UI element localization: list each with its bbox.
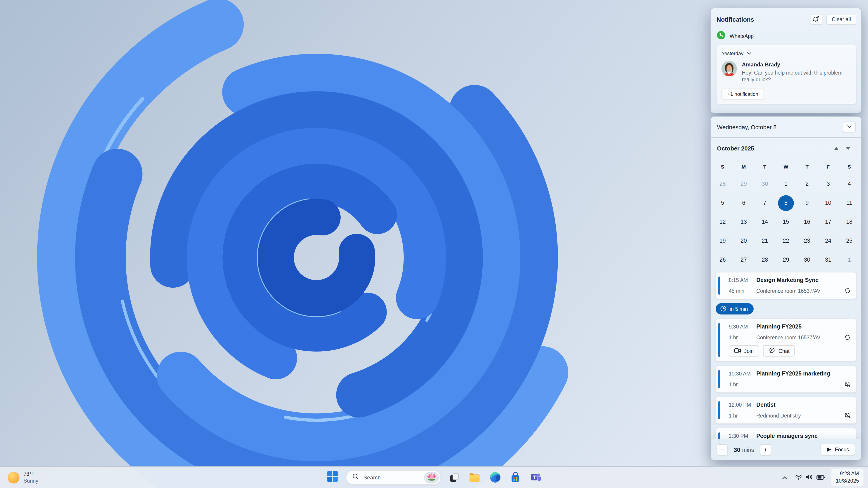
event-accent-bar	[718, 323, 720, 357]
calendar-day[interactable]: 19	[712, 231, 733, 250]
event-duration: 1 hr	[723, 413, 756, 418]
taskbar: 78°F Sunny	[0, 466, 868, 488]
do-not-disturb-button[interactable]	[811, 14, 822, 25]
notification-group-label: Yesterday	[721, 51, 743, 56]
search-icon	[352, 473, 359, 482]
calendar-day[interactable]: 18	[839, 213, 860, 231]
notification-group-header[interactable]: Yesterday	[721, 50, 851, 57]
event-duration: 45 min	[723, 288, 756, 293]
notifications-header: Notifications Clear all	[717, 13, 856, 25]
notification-app-name: WhatsApp	[730, 33, 754, 39]
event-time: 9:30 AM	[723, 324, 756, 329]
focus-session-bar: − 30mins + Focus	[711, 439, 861, 460]
calendar-header: Wednesday, October 8	[711, 117, 861, 138]
calendar-day[interactable]: 24	[817, 231, 839, 250]
search-label: Search	[364, 474, 420, 481]
calendar-day[interactable]: 23	[797, 231, 817, 250]
more-notifications-label: +1 notification	[727, 91, 758, 97]
calendar-day[interactable]: 5	[712, 193, 733, 213]
calendar-day[interactable]: 20	[733, 231, 754, 250]
event-location: Conference room 16537/AV	[756, 335, 843, 340]
calendar-day[interactable]: 27	[733, 250, 754, 269]
event-title: Planning FY2025	[756, 324, 802, 330]
calendar-day[interactable]: 13	[733, 213, 754, 231]
chevron-up-icon	[782, 473, 788, 482]
chat-bubble-icon	[769, 347, 775, 355]
clock-date: 10/8/2025	[836, 477, 859, 485]
weather-widget[interactable]: 78°F Sunny	[5, 467, 41, 488]
weekday-label: M	[733, 159, 754, 174]
calendar-day[interactable]: 29	[775, 250, 796, 269]
event-location: Redmond Dentistry	[756, 413, 843, 418]
calendar-day[interactable]: 30	[797, 250, 817, 269]
weekday-label: W	[775, 159, 796, 174]
calendar-day[interactable]: 26	[712, 250, 733, 269]
agenda-event-card[interactable]: 8:15 AM Design Marketing Sync 45 min Con…	[715, 272, 857, 299]
event-accent-bar	[718, 370, 720, 388]
file-explorer-icon[interactable]	[466, 468, 483, 486]
calendar-day[interactable]: 6	[733, 193, 754, 213]
calendar-day[interactable]: 15	[775, 213, 796, 231]
calendar-day[interactable]: 31	[817, 250, 839, 269]
notification-group-card[interactable]: Yesterday Amanda Brady	[717, 45, 856, 104]
calendar-day[interactable]: 1	[775, 174, 796, 193]
calendar-day[interactable]: 16	[797, 213, 817, 231]
calendar-day[interactable]: 28	[712, 174, 733, 193]
upcoming-event-badge[interactable]: in 5 min	[716, 303, 754, 315]
calendar-day[interactable]: 1	[839, 250, 860, 269]
calendar-collapse-button[interactable]	[843, 122, 856, 132]
calendar-day[interactable]: 30	[754, 174, 775, 193]
task-view-icon[interactable]	[446, 468, 463, 486]
quick-settings-button[interactable]	[791, 469, 829, 486]
event-accent-bar	[718, 401, 720, 419]
search-highlight-chip	[424, 471, 439, 483]
calendar-day[interactable]: 7	[754, 193, 775, 213]
calendar-day[interactable]: 3	[817, 174, 839, 193]
event-title: Dentist	[756, 402, 776, 408]
weather-temperature: 78°F	[24, 470, 38, 477]
calendar-day[interactable]: 29	[733, 174, 754, 193]
agenda-event-card[interactable]: 12:00 PM Dentist 1 hr Redmond Dentistry	[715, 397, 857, 424]
calendar-day[interactable]: 28	[754, 250, 775, 269]
start-button[interactable]	[324, 468, 341, 486]
calendar-day[interactable]: 9	[797, 193, 817, 213]
edge-icon[interactable]	[487, 468, 504, 486]
calendar-day[interactable]: 8	[775, 193, 796, 213]
more-notifications-button[interactable]: +1 notification	[721, 89, 764, 99]
chat-button[interactable]: Chat	[763, 345, 795, 357]
bell-zz-icon	[813, 15, 820, 24]
calendar-month-row: October 2025	[711, 138, 861, 159]
teams-icon[interactable]	[527, 468, 544, 486]
calendar-day[interactable]: 25	[839, 231, 860, 250]
calendar-day[interactable]: 22	[775, 231, 796, 250]
focus-duration-value: 30	[734, 446, 740, 453]
clear-all-button[interactable]: Clear all	[827, 14, 856, 25]
weekday-label: T	[754, 159, 775, 174]
calendar-day[interactable]: 11	[839, 193, 860, 213]
system-tray: 9:28 AM 10/8/2025	[779, 467, 864, 488]
recurrence-icon	[843, 287, 851, 294]
agenda-event-card[interactable]: 10:30 AM Planning FY2025 marketing 1 hr	[715, 365, 857, 393]
calendar-day[interactable]: 21	[754, 231, 775, 250]
calendar-day[interactable]: 4	[839, 174, 860, 193]
calendar-prev-month-button[interactable]	[831, 144, 842, 153]
calendar-day[interactable]: 12	[712, 213, 733, 231]
notification-item[interactable]: Amanda Brady Hey! Can you help me out wi…	[721, 61, 851, 84]
notifications-title: Notifications	[717, 16, 811, 23]
calendar-day[interactable]: 14	[754, 213, 775, 231]
calendar-day[interactable]: 10	[817, 193, 839, 213]
decrease-duration-button[interactable]: −	[717, 444, 728, 455]
start-focus-button[interactable]: Focus	[820, 444, 855, 455]
join-meeting-button[interactable]: Join	[729, 345, 759, 357]
calendar-date-label: Wednesday, October 8	[717, 124, 843, 130]
clock-flyout-button[interactable]: 9:28 AM 10/8/2025	[831, 468, 864, 486]
search-box[interactable]: Search	[346, 470, 441, 485]
agenda-event-card[interactable]: 9:30 AM Planning FY2025 1 hr Conference …	[715, 319, 857, 361]
calendar-day[interactable]: 2	[797, 174, 817, 193]
increase-duration-button[interactable]: +	[760, 444, 771, 455]
microsoft-store-icon[interactable]	[507, 468, 524, 486]
avatar	[721, 61, 737, 76]
hidden-icons-button[interactable]	[779, 469, 791, 486]
calendar-day[interactable]: 17	[817, 213, 839, 231]
calendar-next-month-button[interactable]	[842, 144, 854, 153]
